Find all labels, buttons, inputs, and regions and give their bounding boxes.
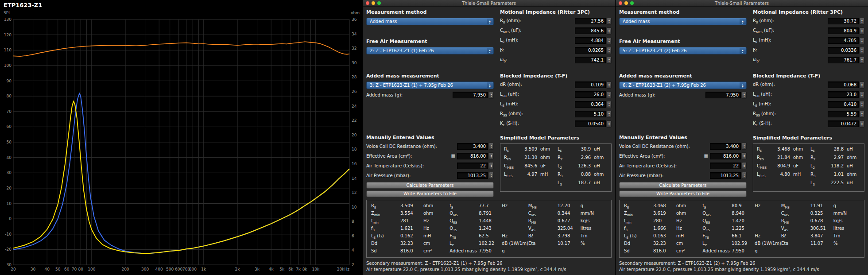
- manual-value-field[interactable]: 22: [710, 163, 741, 169]
- parameter-field[interactable]: 5.59: [828, 111, 859, 117]
- zoom-window-button[interactable]: [630, 1, 634, 5]
- result-cell: QMS 8.791: [450, 211, 528, 217]
- calculate-parameters-button[interactable]: Calculate Parameters: [366, 182, 494, 189]
- minimize-window-button[interactable]: [624, 1, 628, 5]
- result-value: 12.20: [558, 203, 581, 208]
- results-row: fmin 281 Hz QES 1.448 RMS 0.677: [371, 217, 607, 225]
- manual-value-field[interactable]: 1013.25: [710, 172, 741, 179]
- blocked-parameter-row: KE (S-H): 0.0472 ▴▾: [753, 120, 864, 128]
- parameter-field[interactable]: 0.0472: [828, 120, 859, 127]
- stepper-control[interactable]: ▴▾: [860, 57, 864, 64]
- parameter-unit: ohm: [594, 155, 608, 160]
- stepper-control[interactable]: ▴▾: [489, 172, 494, 179]
- free-air-measurement-select[interactable]: 5: Z - ETP1623-Z1 (2) Feb 26 ▴▾: [619, 47, 747, 54]
- stepper-control[interactable]: ▴▾: [489, 162, 494, 169]
- parameter-field[interactable]: 761.7: [828, 57, 859, 63]
- window-titlebar[interactable]: Thiele-Small Parameters: [363, 0, 615, 7]
- stepper-control[interactable]: ▴▾: [860, 101, 864, 108]
- manual-value-field[interactable]: 816.00: [710, 153, 741, 159]
- manual-value-field[interactable]: 1013.25: [457, 172, 488, 179]
- measurement-method-select[interactable]: Added mass ▴▾: [619, 18, 747, 25]
- parameter-field[interactable]: 804.9: [828, 27, 859, 34]
- stepper-control[interactable]: ▴▾: [742, 162, 747, 169]
- stepper-control[interactable]: ▴▾: [860, 111, 864, 118]
- stepper-control[interactable]: ▴▾: [607, 18, 612, 25]
- parameter-field[interactable]: 5.10: [575, 111, 606, 117]
- measurement-method-select[interactable]: Added mass ▴▾: [366, 18, 494, 25]
- simplified-parameter: R3 0.88 ohm: [558, 172, 608, 178]
- frequency-response-chart[interactable]: 1301201101009080706050403020100-10-20-30…: [0, 0, 362, 275]
- result-value: 11.91: [810, 203, 833, 208]
- stepper-control[interactable]: ▴▾: [607, 27, 612, 35]
- stepper-control[interactable]: ▴▾: [607, 120, 612, 128]
- stepper-control[interactable]: ▴▾: [607, 37, 612, 44]
- calculate-parameters-button[interactable]: Calculate Parameters: [619, 182, 747, 189]
- added-mass-grams-field[interactable]: 7.950: [453, 92, 488, 98]
- close-window-button[interactable]: [366, 1, 369, 5]
- measurement-chart-pane[interactable]: ETP1623-Z1 SPL ohm 130120110100908070605…: [0, 0, 362, 275]
- parameter-field[interactable]: 23.0: [828, 91, 859, 98]
- window-titlebar[interactable]: Thiele-Small Parameters: [616, 0, 868, 7]
- effective-area-helper-icon[interactable]: ▦: [451, 154, 455, 158]
- close-window-button[interactable]: [619, 1, 622, 5]
- stepper-control[interactable]: ▴▾: [607, 81, 612, 89]
- stepper-control[interactable]: ▴▾: [607, 57, 612, 64]
- x-axis-tick: 10k: [312, 267, 319, 271]
- added-mass-measurement-select[interactable]: 3: Z - ETP1623-Z1 (1) + 7.95g Feb 26 ▴▾: [366, 81, 494, 89]
- parameter-label: LE (mH):: [500, 101, 575, 108]
- parameter-field[interactable]: 27.56: [575, 18, 606, 24]
- effective-area-helper-icon[interactable]: ▦: [704, 154, 708, 158]
- manual-value-field[interactable]: 816.00: [457, 153, 488, 159]
- zoom-window-button[interactable]: [377, 1, 381, 5]
- manual-value-field[interactable]: 22: [457, 163, 488, 169]
- stepper-control[interactable]: ▴▾: [860, 47, 864, 54]
- stepper-control[interactable]: ▴▾: [860, 120, 864, 128]
- stepper-control[interactable]: ▴▾: [860, 37, 864, 44]
- stepper-control[interactable]: ▴▾: [742, 143, 747, 150]
- stepper-down-icon: ▾: [744, 156, 745, 158]
- parameter-field[interactable]: 26.0: [575, 91, 606, 98]
- parameter-field[interactable]: 0.068: [828, 81, 859, 88]
- parameter-field[interactable]: 30.72: [828, 18, 859, 24]
- parameter-field[interactable]: 742.1: [575, 57, 606, 63]
- stepper-control[interactable]: ▴▾: [489, 92, 494, 99]
- write-parameters-button[interactable]: Write Parameters to File: [619, 190, 747, 197]
- blocked-parameter-row: KE (S-H): 0.0540 ▴▾: [500, 120, 612, 128]
- stepper-control[interactable]: ▴▾: [742, 172, 747, 179]
- result-cell: Sd 816.0 cm²: [371, 248, 450, 255]
- parameter-label: LEB (uH):: [500, 92, 575, 98]
- parameter-field[interactable]: 0.0336: [828, 47, 859, 54]
- stepper-control[interactable]: ▴▾: [607, 91, 612, 98]
- added-mass-grams-field[interactable]: 7.950: [705, 92, 741, 98]
- parameter-field[interactable]: 0.410: [828, 101, 859, 108]
- minimize-window-button[interactable]: [372, 1, 375, 5]
- free-air-measurement-select[interactable]: 2: Z - ETP1623-Z1 (1) Feb 26 ▴▾: [366, 47, 494, 54]
- parameter-field[interactable]: 845.6: [575, 27, 606, 34]
- parameter-field[interactable]: 0.0265: [575, 47, 606, 54]
- manual-value-field[interactable]: 3.400: [457, 143, 488, 150]
- manual-value-field[interactable]: 3.400: [710, 143, 741, 150]
- parameter-field[interactable]: 4.884: [575, 37, 606, 44]
- stepper-control[interactable]: ▴▾: [860, 81, 864, 89]
- stepper-control[interactable]: ▴▾: [860, 91, 864, 98]
- stepper-control[interactable]: ▴▾: [489, 152, 494, 159]
- stepper-control[interactable]: ▴▾: [860, 18, 864, 25]
- result-value: 1.420: [732, 218, 755, 223]
- write-parameters-button[interactable]: Write Parameters to File: [366, 190, 494, 197]
- stepper-control[interactable]: ▴▾: [742, 92, 747, 99]
- result-value: 32.23: [400, 241, 423, 246]
- result-cell: RMS 0.677 kg/s: [528, 218, 607, 225]
- parameter-field[interactable]: 0.364: [575, 101, 606, 108]
- stepper-control[interactable]: ▴▾: [489, 143, 494, 150]
- stepper-control[interactable]: ▴▾: [607, 47, 612, 54]
- stepper-control[interactable]: ▴▾: [607, 111, 612, 118]
- stepper-control[interactable]: ▴▾: [742, 152, 747, 159]
- blocked-parameter-row: LEB (uH): 26.0 ▴▾: [500, 91, 612, 98]
- stepper-control[interactable]: ▴▾: [607, 101, 612, 108]
- stepper-control[interactable]: ▴▾: [860, 27, 864, 35]
- parameter-field[interactable]: 0.109: [575, 81, 606, 88]
- right-axis-tick: 26: [352, 89, 357, 94]
- parameter-field[interactable]: 0.0540: [575, 120, 606, 127]
- added-mass-measurement-select[interactable]: 6: Z - ETP1623-Z1 (2) + 7.95g Feb 26 ▴▾: [619, 81, 747, 89]
- parameter-field[interactable]: 4.705: [828, 37, 859, 44]
